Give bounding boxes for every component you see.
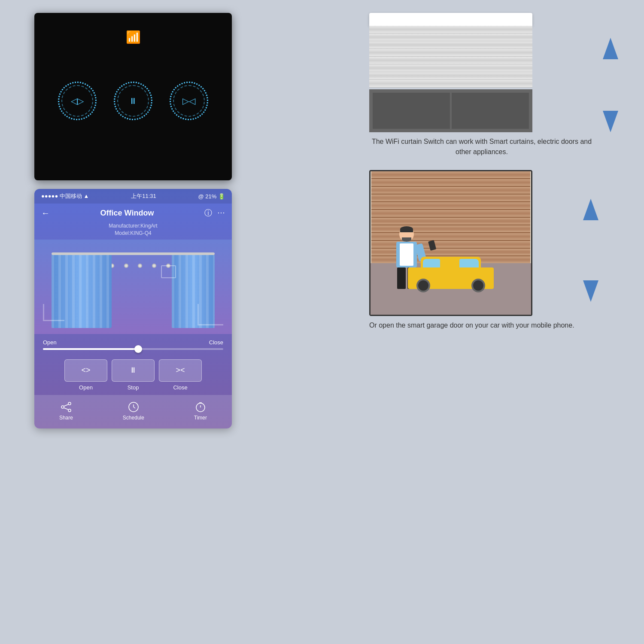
window-pane-right <box>452 93 529 129</box>
garage-arrows <box>583 199 598 302</box>
model-text: Model:KING-Q4 <box>34 230 232 237</box>
switch-panel: 📶 ◁▷ ⏸ ▷◁ <box>34 13 232 180</box>
garage-floor <box>371 263 531 315</box>
device-info: Manufacturer:KingArt Model:KING-Q4 <box>34 222 232 240</box>
open-switch-button[interactable]: ◁▷ <box>58 82 97 120</box>
garage-arrow-down-icon <box>583 280 598 302</box>
timer-icon <box>194 401 207 413</box>
person-beard <box>402 237 411 242</box>
time-text: 上午11:31 <box>131 192 156 200</box>
slider-section: Open Close <box>34 334 232 355</box>
slat-2 <box>369 33 532 41</box>
garage-slat-8 <box>371 225 530 233</box>
open-button[interactable]: <> <box>64 359 107 382</box>
phone-nav: ← Office Window ⓘ ⋯ <box>34 204 232 222</box>
open-label: Open <box>43 339 57 346</box>
timer-nav-item[interactable]: Timer <box>194 401 207 421</box>
garage-caption: Or open the smart garage door on your ca… <box>369 320 574 331</box>
slat-4 <box>369 49 532 57</box>
manufacturer-text: Manufacturer:KingArt <box>34 222 232 230</box>
status-bar: ●●●●● 中国移动 ▲ 上午11:31 @ 21% 🔋 <box>34 189 232 204</box>
curtain-scene <box>34 240 232 334</box>
wifi-icon: 📶 <box>126 30 141 44</box>
svg-point-1 <box>61 406 64 408</box>
schedule-icon <box>128 401 140 413</box>
garage-slat-7 <box>371 218 530 225</box>
slider-thumb[interactable] <box>134 345 142 353</box>
shutter-container <box>369 13 532 132</box>
stop-btn-label: Stop <box>112 384 155 391</box>
schedule-nav-item[interactable]: Schedule <box>123 401 144 421</box>
battery-text: @ 21% 🔋 <box>198 193 225 200</box>
more-icon[interactable]: ⋯ <box>217 208 225 218</box>
slat-8 <box>369 80 532 88</box>
stop-button[interactable]: ⏸ <box>112 359 155 382</box>
garage-slat-5 <box>371 202 530 210</box>
shutter-caption: The WiFi curtain Switch can work with Sm… <box>369 137 594 157</box>
garage-slat-4 <box>371 194 530 202</box>
bottom-nav: Share Schedule Timer <box>34 395 232 428</box>
close-label: Close <box>209 339 223 346</box>
schedule-label: Schedule <box>123 415 144 421</box>
share-label: Share <box>59 415 73 421</box>
control-button-labels: Open Stop Close <box>34 384 232 395</box>
person-head <box>399 227 414 242</box>
stop-switch-button[interactable]: ⏸ <box>114 82 152 120</box>
shutter-window-area <box>369 89 532 132</box>
garage-arrow-up-icon <box>583 199 598 220</box>
open-btn-label: Open <box>64 384 107 391</box>
garage-slat-6 <box>371 210 530 218</box>
window-pane-left <box>373 93 450 129</box>
slat-5 <box>369 57 532 64</box>
back-button[interactable]: ← <box>41 208 50 218</box>
nav-title: Office Window <box>100 209 154 218</box>
garage-slat-2 <box>371 179 530 187</box>
room-table <box>197 304 223 325</box>
car <box>408 259 494 289</box>
info-icon[interactable]: ⓘ <box>204 208 212 218</box>
shutter-slats <box>369 26 532 88</box>
shutter-header <box>369 13 532 26</box>
shutter-arrows <box>603 38 618 132</box>
person-hair <box>400 226 413 232</box>
right-column: The WiFi curtain Switch can work with Sm… <box>369 13 618 331</box>
left-column: 📶 ◁▷ ⏸ ▷◁ ●●●●● 中国移动 ▲ 上午11:31 @ 21% 🔋 ←… <box>34 13 236 428</box>
share-icon <box>60 401 72 413</box>
room-picture <box>161 265 176 278</box>
close-button[interactable]: >< <box>159 359 202 382</box>
timer-label: Timer <box>194 415 207 421</box>
garage-slat-3 <box>371 187 530 194</box>
svg-point-0 <box>68 402 71 405</box>
garage-slat-10 <box>371 241 530 249</box>
garage-slat-9 <box>371 233 530 241</box>
garage-door <box>371 171 531 266</box>
stop-icon: ⏸ <box>129 366 137 375</box>
car-wheel-left <box>416 279 430 292</box>
svg-line-3 <box>64 404 68 406</box>
svg-line-7 <box>134 407 135 408</box>
slat-7 <box>369 72 532 80</box>
person-leg-left <box>397 267 406 289</box>
close-btn-label: Close <box>159 384 202 391</box>
curtain-slider[interactable] <box>43 348 223 350</box>
nav-icons: ⓘ ⋯ <box>204 208 225 218</box>
slat-3 <box>369 41 532 49</box>
garage-slat-11 <box>371 249 530 256</box>
ring-6 <box>138 264 142 268</box>
ring-7 <box>152 264 156 268</box>
slat-6 <box>369 64 532 72</box>
shutter-section: The WiFi curtain Switch can work with Sm… <box>369 13 618 157</box>
arrow-down-icon <box>603 111 618 132</box>
svg-line-4 <box>64 408 68 410</box>
open-icon: <> <box>81 366 90 375</box>
close-switch-button[interactable]: ▷◁ <box>170 82 208 120</box>
room-shelf <box>43 304 64 321</box>
phone-app: ●●●●● 中国移动 ▲ 上午11:31 @ 21% 🔋 ← Office Wi… <box>34 189 232 428</box>
car-wheel-right <box>471 279 485 292</box>
garage-section: Or open the smart garage door on your ca… <box>369 170 618 331</box>
svg-point-2 <box>68 409 71 412</box>
close-icon: >< <box>176 366 185 375</box>
share-nav-item[interactable]: Share <box>59 401 73 421</box>
slider-labels: Open Close <box>43 339 223 346</box>
control-buttons: <> ⏸ >< <box>34 355 232 384</box>
